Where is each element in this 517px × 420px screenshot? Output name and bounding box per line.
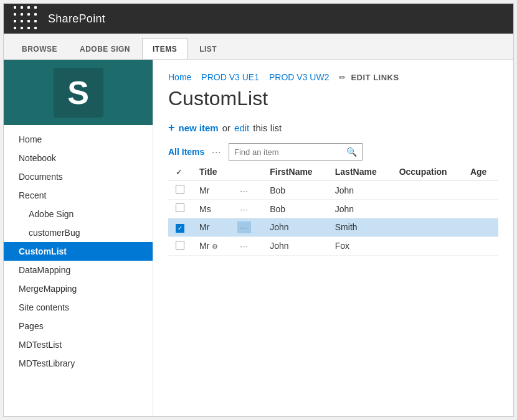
row1-checkbox[interactable] [176, 185, 184, 194]
breadcrumb-prod-uw2[interactable]: PROD V3 UW2 [269, 72, 329, 82]
sidebar-item-home[interactable]: Home [4, 130, 153, 149]
row2-lastname: John [328, 200, 392, 218]
row1-occupation [392, 181, 463, 200]
view-label[interactable]: All Items [168, 147, 204, 157]
breadcrumb-prod-ue1[interactable]: PROD V3 UE1 [201, 72, 259, 82]
row2-title: Ms [192, 200, 230, 218]
edit-links-btn[interactable]: EDIT LINKS [351, 73, 399, 82]
row4-firstname: John [262, 236, 328, 255]
row1-check-cell [168, 181, 192, 200]
breadcrumb-home[interactable]: Home [168, 72, 191, 82]
breadcrumb: Home PROD V3 UE1 PROD V3 UW2 ✏ EDIT LINK… [168, 72, 498, 82]
row2-dots: ··· [230, 200, 262, 218]
topbar: SharePoint [4, 4, 513, 34]
site-logo-letter: S [67, 74, 89, 111]
row3-dots: ··· [230, 218, 262, 237]
nav-tabs-bar: BROWSE ADOBE SIGN ITEMS LIST [4, 34, 513, 60]
sidebar-nav: Home Notebook Documents Recent Adobe Sig… [4, 125, 153, 378]
row3-occupation [392, 218, 463, 237]
row4-check-cell [168, 236, 192, 255]
suffix-text: this list [253, 123, 282, 133]
row4-occupation [392, 236, 463, 255]
row1-firstname: Bob [262, 181, 328, 200]
checkmark-header-icon: ✓ [176, 168, 182, 177]
row1-dots-button[interactable]: ··· [237, 185, 251, 197]
table-row: Mr ··· Bob John [168, 181, 498, 200]
row3-lastname: Smith [328, 218, 392, 237]
row1-lastname: John [328, 181, 392, 200]
tab-browse[interactable]: BROWSE [11, 38, 68, 59]
row4-title: Mr ⚙ [192, 236, 230, 255]
edit-pencil-icon: ✏ [339, 73, 346, 82]
check-mark-icon: ✓ [178, 225, 183, 231]
row3-check-cell: ✓ [168, 218, 192, 237]
main-area: S Home Notebook Documents Recent Adobe S… [4, 60, 513, 416]
content-area: Home PROD V3 UE1 PROD V3 UW2 ✏ EDIT LINK… [153, 60, 513, 416]
table-header-row: ✓ Title FirstName LastName Occupation Ag… [168, 163, 498, 181]
row3-title: Mr [192, 218, 230, 237]
new-item-plus-icon: + [168, 121, 175, 134]
table-row: Mr ⚙ ··· John Fox [168, 236, 498, 255]
row1-age [463, 181, 498, 200]
sidebar-item-md-test-list[interactable]: MDTestList [4, 335, 153, 354]
row3-age [463, 218, 498, 237]
row2-checkbox[interactable] [176, 203, 184, 212]
row4-age [463, 236, 498, 255]
tab-list[interactable]: LIST [189, 38, 227, 59]
col-age-header: Age [463, 163, 498, 181]
or-text: or [222, 123, 230, 133]
row4-lastname: Fox [328, 236, 392, 255]
row1-title: Mr [192, 181, 230, 200]
sidebar-item-adobe-sign[interactable]: Adobe Sign [4, 205, 153, 223]
gear-icon: ⚙ [212, 243, 218, 250]
table-row: Ms ··· Bob John [168, 200, 498, 218]
search-box: 🔍 [229, 143, 363, 161]
sidebar-item-data-mapping[interactable]: DataMapping [4, 261, 153, 279]
sidebar-item-notebook[interactable]: Notebook [4, 149, 153, 167]
sidebar-item-merge-mapping[interactable]: MergeMapping [4, 279, 153, 298]
tab-items[interactable]: ITEMS [142, 38, 187, 59]
search-input[interactable] [229, 147, 341, 157]
new-item-link[interactable]: new item [179, 123, 219, 133]
sidebar-item-site-contents[interactable]: Site contents [4, 298, 153, 317]
list-toolbar: All Items ··· 🔍 [168, 143, 498, 161]
col-firstname-header: FirstName [262, 163, 328, 181]
site-logo: S [4, 60, 153, 125]
sidebar-item-documents[interactable]: Documents [4, 167, 153, 186]
row4-checkbox[interactable] [176, 241, 184, 250]
row3-firstname: John [262, 218, 328, 237]
sidebar-item-customer-bug[interactable]: customerBug [4, 223, 153, 242]
row2-occupation [392, 200, 463, 218]
table-row: ✓ Mr ··· John Smith [168, 218, 498, 237]
sidebar-item-md-test-library[interactable]: MDTestLibrary [4, 354, 153, 373]
row2-check-cell [168, 200, 192, 218]
row3-dots-button[interactable]: ··· [237, 222, 251, 233]
search-button[interactable]: 🔍 [341, 147, 362, 157]
list-table: ✓ Title FirstName LastName Occupation Ag… [168, 163, 498, 256]
sidebar: S Home Notebook Documents Recent Adobe S… [4, 60, 153, 416]
sidebar-item-pages[interactable]: Pages [4, 317, 153, 335]
col-dots-header [230, 163, 262, 181]
edit-list-link[interactable]: edit [234, 123, 249, 133]
row3-checkbox[interactable]: ✓ [176, 224, 184, 233]
row2-dots-button[interactable]: ··· [237, 203, 251, 215]
col-occupation-header: Occupation [392, 163, 463, 181]
col-lastname-header: LastName [328, 163, 392, 181]
app-title: SharePoint [48, 12, 105, 26]
view-more-button[interactable]: ··· [209, 146, 224, 158]
row1-dots: ··· [230, 181, 262, 200]
col-title-header: Title [192, 163, 230, 181]
new-item-bar: + new item or edit this list [168, 121, 498, 134]
tab-adobe-sign[interactable]: ADOBE SIGN [69, 38, 141, 59]
site-logo-inner: S [54, 68, 103, 118]
sidebar-item-custom-list[interactable]: CustomList [4, 242, 153, 261]
row2-firstname: Bob [262, 200, 328, 218]
page-title: CustomList [168, 87, 498, 110]
col-check: ✓ [168, 163, 192, 181]
row2-age [463, 200, 498, 218]
app-grid-icon[interactable] [14, 6, 39, 32]
sidebar-item-recent[interactable]: Recent [4, 186, 153, 205]
row4-dots-button[interactable]: ··· [237, 240, 251, 252]
row4-dots: ··· [230, 236, 262, 255]
